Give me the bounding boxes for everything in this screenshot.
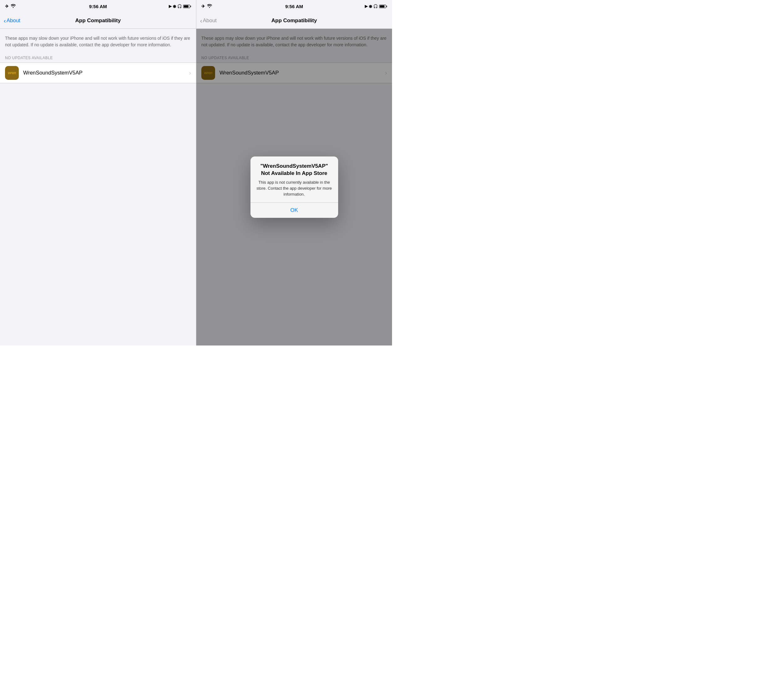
app-list-item-left[interactable]: wren WrenSoundSystemV5AP › bbox=[0, 63, 196, 83]
headphone-icon: 🎧 bbox=[177, 4, 182, 8]
back-label-left: About bbox=[7, 18, 20, 24]
list-chevron-left: › bbox=[189, 70, 191, 76]
nav-title-right: App Compatibility bbox=[272, 18, 317, 24]
status-right-right: ▶ ◉ 🎧 bbox=[365, 4, 387, 8]
nav-bar-left: ‹ About App Compatibility bbox=[0, 13, 196, 29]
battery-icon bbox=[183, 5, 191, 8]
battery-icon-right bbox=[379, 5, 387, 8]
alert-title: "WrenSoundSystemV5AP" Not Available In A… bbox=[255, 163, 333, 177]
status-bar-left: ✈ 9:56 AM ▶ ◉ 🎧 bbox=[0, 0, 196, 13]
back-chevron-left: ‹ bbox=[4, 18, 6, 24]
back-chevron-right: ‹ bbox=[200, 18, 202, 24]
location-icon-right: ▶ bbox=[365, 4, 367, 8]
info-section-left: These apps may slow down your iPhone and… bbox=[0, 29, 196, 53]
back-button-left[interactable]: ‹ About bbox=[4, 18, 20, 24]
alert-content: "WrenSoundSystemV5AP" Not Available In A… bbox=[250, 156, 338, 202]
status-left-right: ✈ bbox=[201, 4, 212, 9]
status-right-left: ▶ ◉ 🎧 bbox=[169, 4, 191, 8]
status-bar-right: ✈ 9:56 AM ▶ ◉ 🎧 bbox=[196, 0, 392, 13]
headphone-icon-right: 🎧 bbox=[373, 4, 378, 8]
app-icon-text-left: wren bbox=[8, 71, 16, 75]
left-panel: ✈ 9:56 AM ▶ ◉ 🎧 ‹ About App Compatibilit… bbox=[0, 0, 196, 346]
wifi-icon bbox=[11, 4, 16, 9]
info-text-left: These apps may slow down your iPhone and… bbox=[5, 36, 190, 47]
airplane-icon: ✈ bbox=[5, 4, 9, 9]
alert-dialog: "WrenSoundSystemV5AP" Not Available In A… bbox=[250, 156, 338, 217]
content-right: These apps may slow down your iPhone and… bbox=[196, 29, 392, 346]
back-button-right[interactable]: ‹ About bbox=[200, 18, 217, 24]
nav-title-left: App Compatibility bbox=[75, 18, 120, 24]
back-label-right: About bbox=[203, 18, 217, 24]
airplane-icon-right: ✈ bbox=[201, 4, 205, 9]
alert-message: This app is not currently available in t… bbox=[255, 179, 333, 197]
dialog-overlay: "WrenSoundSystemV5AP" Not Available In A… bbox=[196, 29, 392, 346]
right-panel: ✈ 9:56 AM ▶ ◉ 🎧 ‹ About App Compatibilit… bbox=[196, 0, 392, 346]
wifi-icon-right bbox=[207, 4, 212, 9]
alarm-icon: ◉ bbox=[173, 4, 176, 8]
content-left: These apps may slow down your iPhone and… bbox=[0, 29, 196, 346]
section-header-left: NO UPDATES AVAILABLE bbox=[0, 53, 196, 63]
location-icon: ▶ bbox=[169, 4, 171, 8]
status-time-right: 9:56 AM bbox=[285, 4, 303, 9]
alarm-icon-right: ◉ bbox=[369, 4, 372, 8]
status-left: ✈ bbox=[5, 4, 16, 9]
ok-button[interactable]: OK bbox=[250, 203, 338, 218]
app-icon-left: wren bbox=[5, 66, 19, 80]
list-section-left: wren WrenSoundSystemV5AP › bbox=[0, 63, 196, 83]
app-name-left: WrenSoundSystemV5AP bbox=[23, 70, 187, 76]
status-time-left: 9:56 AM bbox=[89, 4, 107, 9]
nav-bar-right: ‹ About App Compatibility bbox=[196, 13, 392, 29]
